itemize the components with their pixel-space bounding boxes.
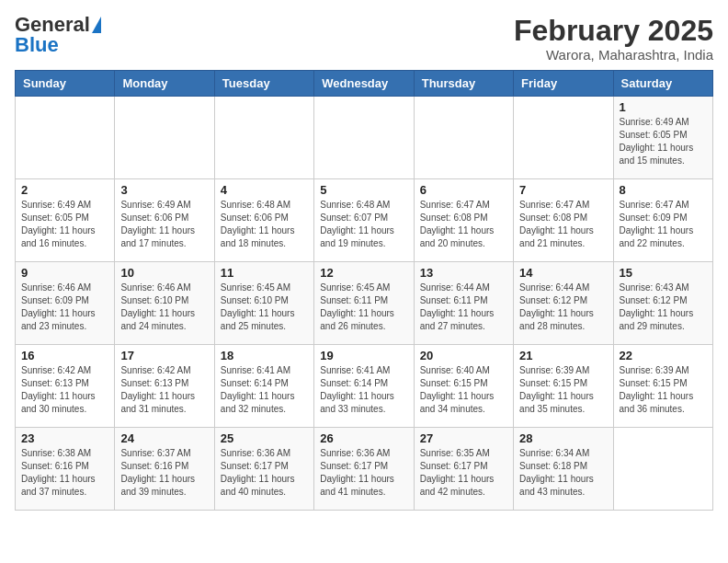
title-block: February 2025 Warora, Maharashtra, India — [514, 15, 713, 63]
day-number: 21 — [519, 349, 607, 362]
day-number: 12 — [320, 266, 407, 280]
calendar-week-row: 1Sunrise: 6:49 AM Sunset: 6:05 PM Daylig… — [16, 97, 713, 179]
weekday-header-saturday: Saturday — [613, 71, 712, 97]
day-info: Sunrise: 6:47 AM Sunset: 6:08 PM Dayligh… — [519, 199, 607, 250]
month-title: February 2025 — [514, 15, 713, 47]
calendar-cell: 18Sunrise: 6:41 AM Sunset: 6:14 PM Dayli… — [214, 345, 313, 428]
calendar-cell: 10Sunrise: 6:46 AM Sunset: 6:10 PM Dayli… — [115, 262, 214, 345]
calendar-cell — [414, 97, 513, 179]
day-number: 15 — [620, 266, 707, 280]
weekday-header-row: SundayMondayTuesdayWednesdayThursdayFrid… — [16, 71, 713, 97]
day-info: Sunrise: 6:37 AM Sunset: 6:16 PM Dayligh… — [120, 447, 208, 499]
logo-triangle-icon — [92, 17, 101, 33]
day-info: Sunrise: 6:35 AM Sunset: 6:17 PM Dayligh… — [420, 447, 507, 499]
day-number: 13 — [420, 266, 507, 280]
day-info: Sunrise: 6:48 AM Sunset: 6:07 PM Dayligh… — [320, 199, 407, 250]
day-number: 8 — [620, 183, 707, 197]
day-number: 25 — [221, 431, 308, 445]
day-number: 20 — [420, 349, 507, 362]
calendar-cell: 17Sunrise: 6:42 AM Sunset: 6:13 PM Dayli… — [115, 345, 214, 428]
day-info: Sunrise: 6:39 AM Sunset: 6:15 PM Dayligh… — [519, 364, 607, 416]
calendar-cell: 2Sunrise: 6:49 AM Sunset: 6:05 PM Daylig… — [16, 179, 115, 262]
calendar-cell: 11Sunrise: 6:45 AM Sunset: 6:10 PM Dayli… — [214, 262, 313, 345]
calendar-table: SundayMondayTuesdayWednesdayThursdayFrid… — [15, 70, 713, 511]
day-number: 17 — [120, 349, 208, 362]
calendar-cell: 23Sunrise: 6:38 AM Sunset: 6:16 PM Dayli… — [16, 428, 115, 511]
calendar-cell: 26Sunrise: 6:36 AM Sunset: 6:17 PM Dayli… — [314, 428, 414, 511]
day-number: 3 — [120, 183, 208, 197]
day-number: 22 — [620, 349, 707, 362]
day-info: Sunrise: 6:44 AM Sunset: 6:11 PM Dayligh… — [420, 282, 507, 333]
day-number: 2 — [21, 183, 108, 197]
weekday-header-friday: Friday — [514, 71, 613, 97]
calendar-cell: 9Sunrise: 6:46 AM Sunset: 6:09 PM Daylig… — [16, 262, 115, 345]
day-info: Sunrise: 6:47 AM Sunset: 6:09 PM Dayligh… — [620, 199, 707, 250]
calendar-cell: 12Sunrise: 6:45 AM Sunset: 6:11 PM Dayli… — [314, 262, 414, 345]
day-info: Sunrise: 6:47 AM Sunset: 6:08 PM Dayligh… — [420, 199, 507, 250]
calendar-cell: 5Sunrise: 6:48 AM Sunset: 6:07 PM Daylig… — [314, 179, 414, 262]
calendar-week-row: 23Sunrise: 6:38 AM Sunset: 6:16 PM Dayli… — [16, 428, 713, 511]
calendar-cell: 28Sunrise: 6:34 AM Sunset: 6:18 PM Dayli… — [514, 428, 613, 511]
logo-blue: Blue — [15, 35, 59, 55]
location: Warora, Maharashtra, India — [514, 47, 713, 63]
weekday-header-thursday: Thursday — [414, 71, 513, 97]
day-number: 18 — [221, 349, 308, 362]
day-info: Sunrise: 6:39 AM Sunset: 6:15 PM Dayligh… — [620, 364, 707, 416]
calendar-week-row: 2Sunrise: 6:49 AM Sunset: 6:05 PM Daylig… — [16, 179, 713, 262]
calendar-cell: 1Sunrise: 6:49 AM Sunset: 6:05 PM Daylig… — [613, 97, 712, 179]
day-info: Sunrise: 6:44 AM Sunset: 6:12 PM Dayligh… — [519, 282, 607, 333]
day-info: Sunrise: 6:49 AM Sunset: 6:05 PM Dayligh… — [21, 199, 108, 250]
day-info: Sunrise: 6:48 AM Sunset: 6:06 PM Dayligh… — [221, 199, 308, 250]
day-info: Sunrise: 6:45 AM Sunset: 6:11 PM Dayligh… — [320, 282, 407, 333]
calendar-cell: 20Sunrise: 6:40 AM Sunset: 6:15 PM Dayli… — [414, 345, 513, 428]
day-info: Sunrise: 6:46 AM Sunset: 6:09 PM Dayligh… — [21, 282, 108, 333]
calendar-cell: 3Sunrise: 6:49 AM Sunset: 6:06 PM Daylig… — [115, 179, 214, 262]
day-number: 28 — [519, 431, 607, 445]
calendar-cell — [16, 97, 115, 179]
weekday-header-wednesday: Wednesday — [314, 71, 414, 97]
calendar-cell: 6Sunrise: 6:47 AM Sunset: 6:08 PM Daylig… — [414, 179, 513, 262]
calendar-cell: 13Sunrise: 6:44 AM Sunset: 6:11 PM Dayli… — [414, 262, 513, 345]
calendar-cell: 7Sunrise: 6:47 AM Sunset: 6:08 PM Daylig… — [514, 179, 613, 262]
calendar-cell: 16Sunrise: 6:42 AM Sunset: 6:13 PM Dayli… — [16, 345, 115, 428]
calendar-cell — [514, 97, 613, 179]
day-number: 4 — [221, 183, 308, 197]
weekday-header-sunday: Sunday — [16, 71, 115, 97]
calendar-cell: 15Sunrise: 6:43 AM Sunset: 6:12 PM Dayli… — [613, 262, 712, 345]
day-number: 1 — [620, 100, 707, 114]
calendar-cell — [314, 97, 414, 179]
calendar-week-row: 9Sunrise: 6:46 AM Sunset: 6:09 PM Daylig… — [16, 262, 713, 345]
logo-general: General — [15, 15, 90, 35]
day-number: 14 — [519, 266, 607, 280]
weekday-header-tuesday: Tuesday — [214, 71, 313, 97]
day-number: 10 — [120, 266, 208, 280]
calendar-cell: 24Sunrise: 6:37 AM Sunset: 6:16 PM Dayli… — [115, 428, 214, 511]
day-number: 24 — [120, 431, 208, 445]
calendar-cell: 8Sunrise: 6:47 AM Sunset: 6:09 PM Daylig… — [613, 179, 712, 262]
day-number: 27 — [420, 431, 507, 445]
day-info: Sunrise: 6:34 AM Sunset: 6:18 PM Dayligh… — [519, 447, 607, 499]
day-info: Sunrise: 6:36 AM Sunset: 6:17 PM Dayligh… — [320, 447, 407, 499]
calendar-cell: 25Sunrise: 6:36 AM Sunset: 6:17 PM Dayli… — [214, 428, 313, 511]
day-info: Sunrise: 6:42 AM Sunset: 6:13 PM Dayligh… — [120, 364, 208, 416]
calendar-cell — [115, 97, 214, 179]
day-info: Sunrise: 6:42 AM Sunset: 6:13 PM Dayligh… — [21, 364, 108, 416]
day-number: 11 — [221, 266, 308, 280]
day-info: Sunrise: 6:36 AM Sunset: 6:17 PM Dayligh… — [221, 447, 308, 499]
calendar-cell: 21Sunrise: 6:39 AM Sunset: 6:15 PM Dayli… — [514, 345, 613, 428]
calendar-cell: 22Sunrise: 6:39 AM Sunset: 6:15 PM Dayli… — [613, 345, 712, 428]
day-info: Sunrise: 6:41 AM Sunset: 6:14 PM Dayligh… — [320, 364, 407, 416]
day-info: Sunrise: 6:45 AM Sunset: 6:10 PM Dayligh… — [221, 282, 308, 333]
day-number: 9 — [21, 266, 108, 280]
day-info: Sunrise: 6:40 AM Sunset: 6:15 PM Dayligh… — [420, 364, 507, 416]
day-info: Sunrise: 6:46 AM Sunset: 6:10 PM Dayligh… — [120, 282, 208, 333]
calendar-cell: 14Sunrise: 6:44 AM Sunset: 6:12 PM Dayli… — [514, 262, 613, 345]
day-info: Sunrise: 6:49 AM Sunset: 6:06 PM Dayligh… — [120, 199, 208, 250]
day-info: Sunrise: 6:49 AM Sunset: 6:05 PM Dayligh… — [620, 116, 707, 167]
day-number: 5 — [320, 183, 407, 197]
day-number: 16 — [21, 349, 108, 362]
calendar-week-row: 16Sunrise: 6:42 AM Sunset: 6:13 PM Dayli… — [16, 345, 713, 428]
calendar-cell: 27Sunrise: 6:35 AM Sunset: 6:17 PM Dayli… — [414, 428, 513, 511]
day-info: Sunrise: 6:43 AM Sunset: 6:12 PM Dayligh… — [620, 282, 707, 333]
day-number: 6 — [420, 183, 507, 197]
